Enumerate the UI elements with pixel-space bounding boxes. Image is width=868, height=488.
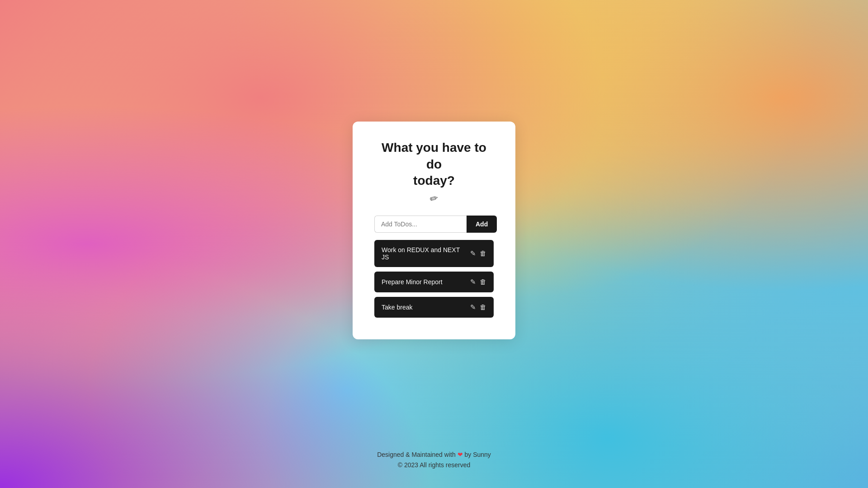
title-line2: today?	[413, 174, 455, 188]
todo-input[interactable]	[374, 216, 467, 233]
page-wrapper: What you have to do today? ✏ Add Work on…	[0, 0, 868, 488]
page-title: What you have to do today?	[374, 140, 494, 189]
todo-item: Prepare Minor Report ✎ 🗑	[374, 272, 494, 292]
edit-icon[interactable]: ✎	[470, 303, 476, 311]
edit-icon[interactable]: ✎	[470, 249, 476, 258]
todo-item-actions: ✎ 🗑	[470, 303, 486, 311]
todo-item-actions: ✎ 🗑	[470, 249, 486, 258]
todo-item-actions: ✎ 🗑	[470, 278, 486, 286]
todo-item-text: Take break	[382, 304, 465, 311]
todo-item: Take break ✎ 🗑	[374, 297, 494, 318]
todo-item-text: Prepare Minor Report	[382, 278, 465, 286]
todo-card: What you have to do today? ✏ Add Work on…	[353, 122, 515, 339]
footer: Designed & Maintained with ❤ by Sunny © …	[0, 450, 868, 470]
todo-list: Work on REDUX and NEXT JS ✎ 🗑 Prepare Mi…	[374, 240, 494, 318]
title-line1: What you have to do	[382, 141, 486, 171]
add-todo-row: Add	[374, 216, 494, 233]
pen-icon: ✏	[429, 192, 439, 206]
footer-line2: © 2023 All rights reserved	[0, 460, 868, 470]
heart-icon: ❤	[458, 451, 463, 458]
footer-line1: Designed & Maintained with ❤ by Sunny	[0, 450, 868, 460]
todo-item: Work on REDUX and NEXT JS ✎ 🗑	[374, 240, 494, 267]
delete-icon[interactable]: 🗑	[480, 278, 486, 286]
delete-icon[interactable]: 🗑	[480, 303, 486, 311]
delete-icon[interactable]: 🗑	[480, 249, 486, 257]
edit-icon[interactable]: ✎	[470, 278, 476, 286]
todo-item-text: Work on REDUX and NEXT JS	[382, 246, 465, 261]
add-button[interactable]: Add	[467, 216, 497, 233]
